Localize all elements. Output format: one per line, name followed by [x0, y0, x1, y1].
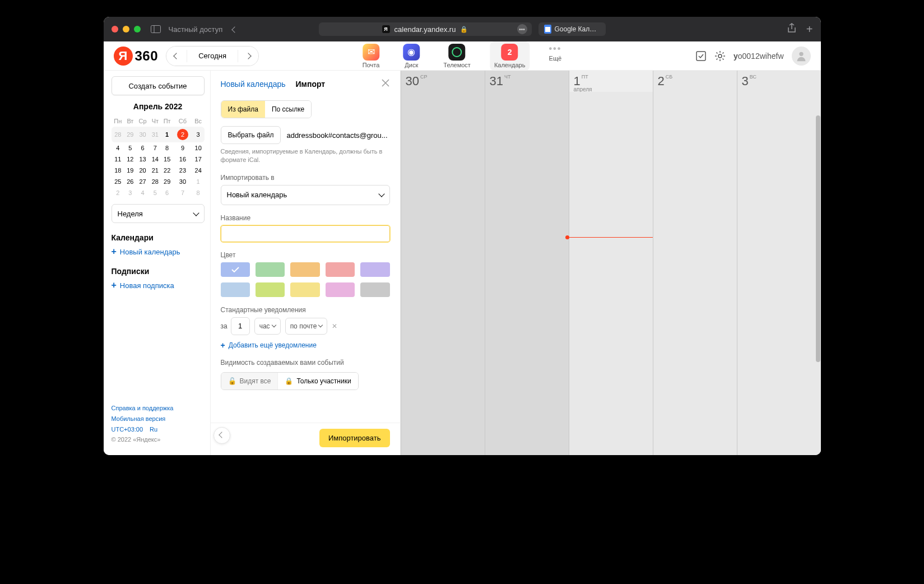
share-icon[interactable] [787, 23, 796, 36]
mini-cal-day[interactable]: 6 [161, 187, 173, 198]
service-calendar[interactable]: 2 Календарь [490, 41, 530, 71]
mini-cal-day[interactable]: 21 [149, 165, 161, 176]
color-swatch[interactable] [326, 262, 355, 277]
close-panel-button[interactable] [381, 78, 390, 89]
mini-cal-day[interactable]: 28 [112, 127, 125, 142]
mini-cal-day[interactable]: 17 [192, 154, 205, 165]
mini-cal-day[interactable]: 5 [149, 187, 161, 198]
mini-cal-day[interactable]: 1 [192, 176, 205, 187]
service-disk[interactable]: ◉ Диск [398, 41, 424, 71]
mini-cal-day[interactable]: 10 [192, 142, 205, 154]
mini-cal-day[interactable]: 3 [192, 127, 205, 142]
mini-cal-day[interactable]: 6 [136, 142, 150, 154]
mini-cal-day[interactable]: 18 [112, 165, 125, 176]
view-select[interactable]: Неделя [112, 204, 205, 223]
avatar[interactable] [792, 47, 811, 66]
mini-cal-day[interactable]: 29 [124, 127, 136, 142]
add-notification-link[interactable]: + Добавить ещё уведомление [221, 341, 390, 350]
help-link[interactable]: Справка и поддержка [112, 403, 205, 414]
import-to-select[interactable]: Новый календарь [221, 185, 390, 205]
mini-cal-day[interactable]: 8 [161, 142, 173, 154]
mini-cal-day[interactable]: 13 [136, 154, 150, 165]
color-swatch[interactable] [290, 282, 319, 297]
color-swatch[interactable] [290, 262, 319, 277]
collapse-sidebar-button[interactable] [213, 427, 230, 444]
mini-cal-day[interactable]: 1 [161, 127, 173, 142]
mini-cal-day[interactable]: 27 [136, 176, 150, 187]
mini-cal-day[interactable]: 7 [149, 142, 161, 154]
fullscreen-window-button[interactable] [134, 26, 141, 33]
mini-cal-day[interactable]: 30 [136, 127, 150, 142]
new-tab-icon[interactable]: + [806, 23, 813, 36]
language-link[interactable]: Ru [150, 424, 157, 435]
mini-cal-day[interactable]: 19 [124, 165, 136, 176]
mini-cal-day[interactable]: 2 [112, 187, 125, 198]
visibility-all-button[interactable]: 🔓 Видят все [221, 373, 278, 390]
mini-cal-day[interactable]: 4 [112, 142, 125, 154]
service-telemost[interactable]: Телемост [439, 41, 475, 71]
mini-cal-day[interactable]: 26 [124, 176, 136, 187]
mini-cal-day[interactable]: 22 [161, 165, 173, 176]
color-swatch[interactable] [360, 282, 389, 297]
back-button[interactable] [233, 24, 237, 34]
mini-cal-day[interactable]: 7 [173, 187, 192, 198]
mobile-link[interactable]: Мобильная версия [112, 414, 205, 424]
page-actions-icon[interactable]: ••• [517, 24, 527, 34]
mini-cal-day[interactable]: 28 [149, 176, 161, 187]
new-subscription-link[interactable]: + Новая подписка [112, 280, 205, 290]
grid-body[interactable] [401, 92, 821, 455]
choose-file-button[interactable]: Выбрать файл [221, 126, 281, 144]
mini-cal-day[interactable]: 25 [112, 176, 125, 187]
minimize-window-button[interactable] [123, 26, 129, 33]
seg-from-url[interactable]: По ссылке [265, 101, 311, 118]
mini-cal-day[interactable]: 30 [173, 176, 192, 187]
mini-cal-day[interactable]: 3 [124, 187, 136, 198]
color-swatch[interactable] [326, 282, 355, 297]
mini-cal-day[interactable]: 12 [124, 154, 136, 165]
mini-cal-day[interactable]: 31 [149, 127, 161, 142]
mini-cal-day[interactable]: 11 [112, 154, 125, 165]
tasks-icon[interactable] [695, 50, 707, 62]
notif-unit-select[interactable]: час [254, 318, 281, 335]
tab-import[interactable]: Импорт [296, 80, 326, 89]
color-swatch[interactable] [221, 262, 250, 277]
logo[interactable]: Я 360 [114, 47, 159, 66]
prev-period-button[interactable] [166, 47, 187, 66]
mini-cal-day[interactable]: 14 [149, 154, 161, 165]
notif-method-select[interactable]: по почте [285, 318, 328, 335]
today-button[interactable]: Сегодня [187, 47, 238, 66]
tab-new-calendar[interactable]: Новый календарь [221, 80, 286, 89]
timezone-link[interactable]: UTC+03:00 [112, 424, 143, 435]
create-event-button[interactable]: Создать событие [112, 76, 205, 95]
mini-cal-day[interactable]: 23 [173, 165, 192, 176]
mini-cal-day[interactable]: 9 [173, 142, 192, 154]
next-period-button[interactable] [238, 47, 258, 66]
settings-icon[interactable] [714, 50, 726, 62]
mini-cal-day[interactable]: 16 [173, 154, 192, 165]
mini-cal-day[interactable]: 29 [161, 176, 173, 187]
color-swatch[interactable] [256, 262, 285, 277]
address-bar[interactable]: Я calendar.yandex.ru 🔒 ••• [319, 22, 532, 36]
service-mail[interactable]: ✉ Почта [358, 41, 384, 71]
color-swatch[interactable] [256, 282, 285, 297]
seg-from-file[interactable]: Из файла [221, 101, 265, 118]
sidebar-toggle-icon[interactable] [151, 25, 161, 33]
new-calendar-link[interactable]: + Новый календарь [112, 247, 205, 257]
remove-notification-button[interactable]: ✕ [332, 322, 337, 330]
service-more[interactable]: ••• Ещё [544, 41, 566, 71]
mini-cal-day[interactable]: 8 [192, 187, 205, 198]
close-window-button[interactable] [112, 26, 118, 33]
mini-calendar[interactable]: ПнВтСрЧтПтСбВс 2829303112345678910111213… [112, 115, 205, 198]
notif-value-input[interactable] [231, 317, 250, 335]
scrollbar[interactable] [816, 115, 820, 451]
mini-cal-day[interactable]: 24 [192, 165, 205, 176]
background-tab[interactable]: Google Календа... [538, 22, 606, 36]
mini-cal-day[interactable]: 2 [173, 127, 192, 142]
mini-cal-day[interactable]: 15 [161, 154, 173, 165]
calendar-name-input[interactable] [221, 225, 390, 242]
mini-cal-day[interactable]: 5 [124, 142, 136, 154]
visibility-participants-button[interactable]: 🔒 Только участники [278, 373, 357, 390]
mini-cal-day[interactable]: 4 [136, 187, 150, 198]
color-swatch[interactable] [360, 262, 389, 277]
username[interactable]: yo0012wihefw [733, 52, 784, 61]
